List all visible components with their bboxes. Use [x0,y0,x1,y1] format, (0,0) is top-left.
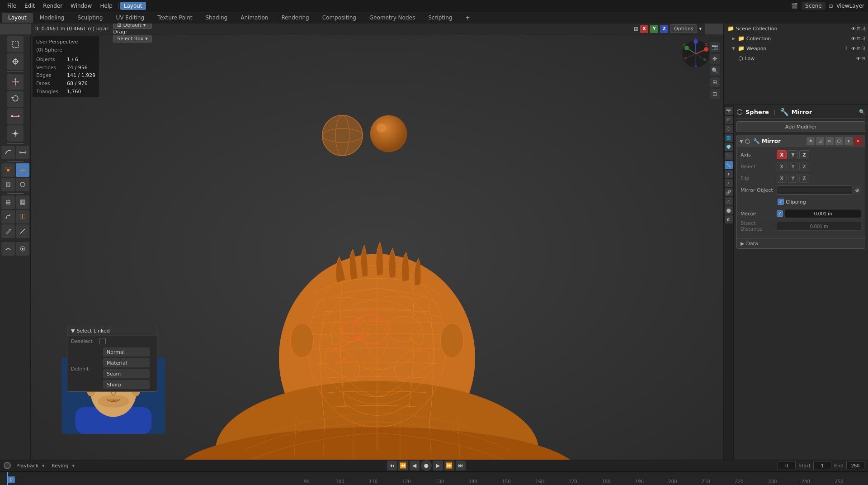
y-axis-btn[interactable]: Y [650,25,658,33]
tab-modeling[interactable]: Modeling [33,13,71,23]
extrude-btn[interactable] [1,195,15,209]
flip-y-btn[interactable]: Y [788,174,798,183]
zoom-view-btn[interactable]: 🔍 [710,66,720,76]
prop-modifier-icon[interactable]: 🔧 [725,161,733,169]
loop-select-btn[interactable] [16,178,29,191]
merge-checkbox[interactable]: ✓ [777,210,783,217]
camera-view-btn[interactable]: 📷 [710,42,720,52]
select-box-tool-btn[interactable] [7,36,24,52]
vertex-select-btn[interactable] [1,163,15,177]
delimit-normal-btn[interactable]: Normal [103,347,150,357]
modifier-view-btn[interactable]: 👁 [807,137,815,145]
overlay-btn[interactable]: ⊡ [710,89,720,99]
step-back-btn[interactable]: ⏪ [398,461,408,471]
face-select-btn[interactable] [1,178,15,191]
tab-shading[interactable]: Shading [199,13,234,23]
data-section-toggle[interactable]: ▶ Data [741,241,861,247]
delimit-sharp-btn[interactable]: Sharp [103,380,150,389]
menu-render[interactable]: Render [39,2,66,10]
axis-y-btn[interactable]: Y [788,150,798,159]
axis-x-btn[interactable]: X [777,150,787,159]
scene-coll-view-icon[interactable]: 👁 [851,26,856,31]
current-frame-input[interactable] [778,461,796,470]
modifier-cage-btn[interactable]: ⬡ [835,137,843,145]
edge-select-btn[interactable] [16,163,29,177]
prop-material-icon[interactable]: ⬤ [725,206,733,214]
tab-geometry-nodes[interactable]: Geometry Nodes [363,13,421,23]
main-viewport[interactable]: User Perspective (0) Sphere Objects 1 / … [31,34,723,460]
outliner-scene-collection[interactable]: 📁 Scene Collection 👁 ⊡ ☑ [724,24,868,33]
end-frame-input[interactable] [846,461,864,470]
modifier-apply-btn[interactable]: ▾ [844,137,853,145]
outliner-low[interactable]: ⬡ Low 👁 ⊡ [724,53,868,63]
modifier-delete-btn[interactable]: ✕ [854,137,862,145]
axis-z-btn[interactable]: Z [799,150,809,159]
menu-file[interactable]: File [4,2,20,10]
x-axis-btn[interactable]: X [640,25,648,33]
tab-sculpting[interactable]: Sculpting [71,13,109,23]
prop-view-layer-icon[interactable]: ⬡ [725,125,733,133]
collection-exclude-icon[interactable]: ☑ [861,36,865,41]
modifier-render-btn[interactable]: ⊡ [816,137,824,145]
prop-render-icon[interactable]: 📷 [725,107,733,115]
add-modifier-btn[interactable]: Add Modifier [736,121,865,132]
tab-rendering[interactable]: Rendering [275,13,315,23]
tab-texture-paint[interactable]: Texture Paint [151,13,198,23]
weapon-view-icon[interactable]: 👁 [851,46,856,51]
scene-name[interactable]: Scene [802,2,826,10]
jump-end-btn[interactable]: ⏭ [456,461,466,471]
collection-render-icon[interactable]: ⊡ [857,36,860,41]
prop-data-icon[interactable]: △ [725,197,733,205]
scene-coll-exclude-icon[interactable]: ☑ [861,26,865,31]
play-back-btn[interactable]: ◀ [410,461,420,471]
prop-constraints-icon[interactable]: 🔗 [725,188,733,196]
stop-btn[interactable]: ● [421,460,432,471]
annotate-btn[interactable] [1,146,15,159]
outliner-collection[interactable]: ▶ 📁 Collection 👁 ⊡ ☑ [724,33,868,43]
tab-scripting[interactable]: Scripting [422,13,458,23]
scale-tool-btn[interactable] [7,108,24,124]
merge-value-input[interactable] [785,209,861,218]
knife-btn[interactable] [1,224,15,238]
menu-edit[interactable]: Edit [21,2,38,10]
weapon-exclude-icon[interactable]: ☑ [861,46,865,51]
prop-object-icon[interactable]: ⬛ [725,152,733,160]
bisect-x-btn[interactable]: X [777,162,787,171]
deselect-checkbox[interactable] [99,338,106,344]
prop-modifier-title-name[interactable]: Mirror [792,109,812,115]
move-tool-btn[interactable] [7,74,24,90]
prop-scene-icon[interactable]: 🌐 [725,134,733,142]
mirror-obj-input[interactable] [777,185,852,195]
prop-output-icon[interactable]: ⊡ [725,116,733,124]
options-button[interactable]: Options [670,24,697,33]
z-axis-btn[interactable]: Z [660,25,668,33]
shrink-btn[interactable] [16,242,29,256]
bisect-y-btn[interactable]: Y [788,162,798,171]
low-render-icon[interactable]: ⊡ [862,56,865,61]
modifier-edit-btn[interactable]: ✏ [826,137,834,145]
prop-particles-icon[interactable]: ✦ [725,170,733,178]
bisect-btn[interactable] [16,224,29,238]
modifier-mirror-header[interactable]: ▼ ⬡ 🔧 Mirror 👁 ⊡ ✏ ⬡ ▾ ✕ [737,135,865,147]
active-workspace-tab[interactable]: Layout [120,2,146,10]
transform-tool-btn[interactable] [7,125,24,142]
weapon-render-icon[interactable]: ⊡ [857,46,860,51]
drag-selector[interactable]: Select Box ▾ [113,35,151,43]
loop-cut-btn[interactable] [16,210,29,223]
outliner-weapon[interactable]: ▼ 📁 Weapon 2 👁 ⊡ ☑ [724,43,868,53]
flip-z-btn[interactable]: Z [799,174,809,183]
step-fwd-btn[interactable]: ⏩ [444,461,454,471]
view-layer-name[interactable]: ViewLayer [836,3,864,9]
collection-view-icon[interactable]: 👁 [851,36,856,41]
tab-animation[interactable]: Animation [234,13,274,23]
delimit-material-btn[interactable]: Material [103,358,150,367]
play-btn[interactable]: ▶ [433,461,443,471]
delimit-seam-btn[interactable]: Seam [103,369,150,378]
scene-coll-render-icon[interactable]: ⊡ [857,26,860,31]
tab-compositing[interactable]: Compositing [316,13,363,23]
low-view-icon[interactable]: 👁 [856,56,861,61]
bisect-z-btn[interactable]: Z [799,162,809,171]
prop-sphere-name[interactable]: Sphere [745,109,769,115]
start-frame-input[interactable] [813,461,831,470]
bisect-dist-input[interactable] [777,222,861,231]
